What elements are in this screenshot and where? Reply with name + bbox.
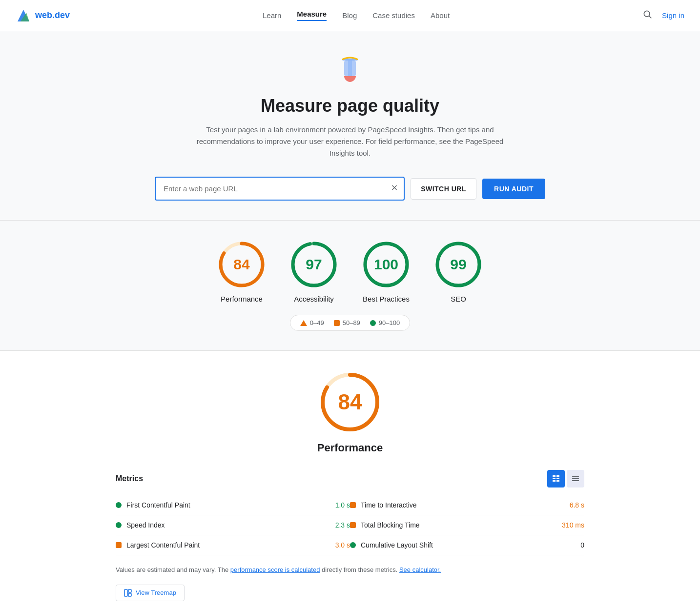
- metric-row-cls: Cumulative Layout Shift 0: [350, 535, 584, 555]
- search-button[interactable]: [642, 9, 652, 21]
- svg-rect-28: [124, 589, 127, 596]
- switch-url-button[interactable]: SWITCH URL: [411, 178, 476, 200]
- metric-indicator-tbt: [350, 522, 356, 528]
- run-audit-button[interactable]: RUN AUDIT: [482, 179, 545, 199]
- metric-row-tti: Time to Interactive 6.8 s: [350, 495, 584, 515]
- close-icon: [390, 183, 399, 192]
- nav-link-measure[interactable]: Measure: [297, 10, 327, 21]
- hero-description: Test your pages in a lab environment pow…: [184, 124, 516, 159]
- metric-row-tbt: Total Blocking Time 310 ms: [350, 515, 584, 535]
- search-icon: [642, 9, 652, 19]
- metrics-grid: First Contentful Paint 1.0 s Speed Index…: [116, 495, 584, 555]
- pass-icon: [370, 320, 376, 326]
- score-label-best-practices: Best Practices: [363, 295, 410, 303]
- score-label-performance: Performance: [221, 295, 263, 303]
- performance-score-wrapper: 84 Performance: [16, 370, 684, 454]
- svg-rect-21: [553, 480, 556, 482]
- navigation: web.dev Learn Measure Blog Case studies …: [0, 0, 700, 31]
- svg-rect-19: [553, 475, 556, 477]
- metric-value-cls: 0: [580, 541, 584, 549]
- score-circle-best-practices: 100: [362, 240, 411, 289]
- metric-indicator-cls: [350, 542, 356, 548]
- legend-item-pass: 90–100: [370, 319, 400, 326]
- metric-name-speed-index: Speed Index: [126, 521, 330, 529]
- metric-name-tti: Time to Interactive: [361, 501, 565, 509]
- metric-row-speed-index: Speed Index 2.3 s: [116, 515, 350, 535]
- logo[interactable]: web.dev: [16, 8, 70, 23]
- metric-value-tbt: 310 ms: [562, 521, 584, 529]
- performance-detail-section: 84 Performance Metrics: [0, 351, 700, 609]
- perf-score-value: 84: [338, 390, 362, 414]
- score-item-best-practices: 100 Best Practices: [362, 240, 411, 303]
- svg-rect-30: [128, 593, 131, 596]
- url-input[interactable]: [155, 177, 405, 201]
- nav-link-about[interactable]: About: [431, 11, 450, 20]
- calculator-link[interactable]: See calculator.: [399, 566, 441, 573]
- svg-rect-27: [572, 480, 579, 481]
- svg-rect-25: [572, 476, 579, 477]
- metric-name-tbt: Total Blocking Time: [361, 521, 557, 529]
- metric-name-lcp: Largest Contentful Paint: [126, 541, 330, 549]
- legend-pass-range: 90–100: [379, 319, 400, 326]
- nav-link-blog[interactable]: Blog: [342, 11, 357, 20]
- treemap-icon: [124, 589, 132, 597]
- grid-view-button[interactable]: [547, 470, 565, 487]
- scores-section: 84 Performance 97 Accessibility 100 Best…: [0, 221, 700, 351]
- svg-rect-20: [553, 478, 556, 479]
- svg-rect-22: [556, 475, 559, 477]
- metric-indicator-tti: [350, 502, 356, 508]
- hero-title: Measure page quality: [16, 96, 684, 116]
- score-label-seo: SEO: [451, 295, 466, 303]
- nav-link-case-studies[interactable]: Case studies: [372, 11, 415, 20]
- svg-rect-26: [572, 478, 579, 479]
- url-input-wrapper: [155, 177, 405, 201]
- svg-point-2: [644, 11, 650, 17]
- metric-indicator-fcp: [116, 502, 122, 508]
- metrics-view-toggle: [547, 470, 584, 487]
- performance-title: Performance: [16, 442, 684, 454]
- logo-text: web.dev: [35, 10, 70, 20]
- score-item-seo: 99 SEO: [434, 240, 483, 303]
- values-note: Values are estimated and may vary. The p…: [116, 565, 584, 575]
- metric-row-fcp: First Contentful Paint 1.0 s: [116, 495, 350, 515]
- score-circle-performance: 84: [217, 240, 266, 289]
- svg-rect-29: [128, 589, 131, 592]
- values-note-text-2: directly from these metrics.: [320, 566, 399, 573]
- legend-fail-range: 0–49: [310, 319, 324, 326]
- legend-item-average: 50–89: [334, 319, 360, 326]
- score-item-accessibility: 97 Accessibility: [289, 240, 338, 303]
- url-input-area: SWITCH URL RUN AUDIT: [155, 177, 545, 201]
- values-note-text: Values are estimated and may vary. The: [116, 566, 230, 573]
- metric-indicator-lcp: [116, 542, 122, 548]
- score-circle-accessibility: 97: [289, 240, 338, 289]
- metrics-header: Metrics: [116, 470, 584, 487]
- svg-rect-23: [556, 478, 559, 479]
- svg-rect-24: [556, 480, 559, 482]
- metric-row-lcp: Largest Contentful Paint 3.0 s: [116, 535, 350, 555]
- signin-button[interactable]: Sign in: [662, 11, 684, 20]
- view-treemap-button[interactable]: View Treemap: [116, 585, 185, 601]
- list-view-button[interactable]: [567, 470, 584, 487]
- metric-value-tti: 6.8 s: [570, 501, 584, 509]
- score-value-best-practices: 100: [374, 256, 398, 273]
- score-label-accessibility: Accessibility: [294, 295, 334, 303]
- perf-score-link[interactable]: performance score is calculated: [230, 566, 320, 573]
- metric-name-fcp: First Contentful Paint: [126, 501, 330, 509]
- hero-section: Measure page quality Test your pages in …: [0, 31, 700, 221]
- metric-value-lcp: 3.0 s: [335, 541, 350, 549]
- average-icon: [334, 320, 340, 326]
- metrics-title: Metrics: [116, 474, 143, 483]
- metrics-left-column: First Contentful Paint 1.0 s Speed Index…: [116, 495, 350, 555]
- url-clear-button[interactable]: [390, 183, 399, 194]
- score-value-performance: 84: [233, 256, 249, 273]
- svg-line-3: [649, 16, 652, 19]
- nav-link-learn[interactable]: Learn: [263, 11, 281, 20]
- list-icon: [572, 475, 579, 483]
- lighthouse-icon: [334, 55, 366, 86]
- metric-name-cls: Cumulative Layout Shift: [361, 541, 576, 549]
- performance-score-circle: 84: [318, 370, 382, 434]
- fail-icon: [300, 320, 307, 326]
- score-item-performance: 84 Performance: [217, 240, 266, 303]
- svg-rect-6: [348, 61, 352, 76]
- grid-icon: [552, 475, 560, 483]
